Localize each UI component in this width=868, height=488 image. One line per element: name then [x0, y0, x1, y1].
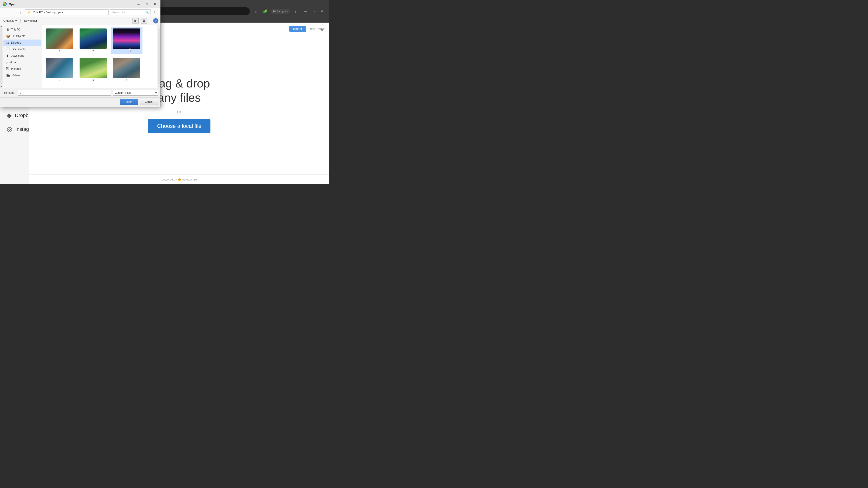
nav-scroll-track[interactable] [1, 29, 2, 85]
nav-videos-label: Videos [12, 74, 20, 77]
browser-close[interactable]: ✕ [318, 8, 326, 14]
file-thumb-5 [80, 58, 107, 78]
dialog-minimize[interactable]: — [135, 2, 142, 6]
filename-label: File name: [2, 91, 16, 94]
browser-window-controls: — □ ✕ [302, 8, 326, 14]
nav-item-3d-objects[interactable]: 📦 3D Objects [3, 33, 41, 39]
nav-item-this-pc[interactable]: 🖥 This PC [3, 26, 41, 33]
dialog-up-button[interactable]: ↑ [18, 9, 24, 15]
nav-item-desktop[interactable]: 🗂 Desktop [3, 39, 41, 46]
win-open-dialog: Open — □ ✕ ‹ › ↑ 📁 › This PC › Desktop ›… [0, 0, 160, 107]
nav-item-documents[interactable]: 📄 Documents [3, 46, 41, 53]
search-placeholder: Search pics [112, 11, 125, 14]
nav-item-music[interactable]: ♪ Music [3, 59, 41, 66]
toolbar-separator [20, 19, 21, 23]
file-grid: 1 2 3 4 5 [44, 27, 158, 84]
extensions-icon[interactable]: 🧩 [261, 8, 269, 15]
uc-close-button[interactable]: ✕ [318, 26, 326, 33]
nav-scroll-down[interactable]: ▼ [0, 85, 3, 88]
file-name-1: 1 [59, 50, 60, 53]
dialog-forward-button[interactable]: › [10, 9, 16, 15]
view-details-button[interactable]: ☰ [141, 18, 147, 24]
view-button[interactable]: ⊞ [132, 18, 138, 24]
this-pc-icon: 🖥 [6, 28, 9, 31]
documents-icon: 📄 [6, 47, 10, 51]
browser-maximize[interactable]: □ [310, 8, 317, 14]
3d-objects-icon: 📦 [6, 34, 10, 38]
organize-label: Organize [3, 19, 14, 22]
dialog-title: Open [9, 2, 133, 6]
cancel-button[interactable]: Cancel [140, 99, 158, 105]
file-item-3[interactable]: 3 [111, 27, 143, 54]
or-text: or [177, 109, 181, 114]
dialog-titlebar: Open — □ ✕ [0, 0, 160, 8]
nav-scroll-up[interactable]: ▲ [0, 25, 3, 28]
refresh-button[interactable]: ↻ [152, 9, 158, 15]
open-button[interactable]: Open [120, 99, 138, 105]
help-button[interactable]: ? [153, 18, 158, 24]
incognito-label: Incognito [277, 10, 288, 13]
breadcrumb-item-pc: 📁 [27, 11, 31, 14]
file-scroll-up[interactable]: ▲ [158, 25, 160, 28]
browser-minimize[interactable]: — [302, 8, 309, 14]
breadcrumb-sep3: › [57, 11, 57, 14]
nav-pane: 🖥 This PC 📦 3D Objects 🗂 Desktop 📄 Docum… [2, 25, 42, 88]
music-icon: ♪ [6, 61, 8, 64]
file-area-scrollbar[interactable]: ▲ ▼ [158, 25, 160, 88]
dialog-breadcrumb: ‹ › ↑ 📁 › This PC › Desktop › pics Searc… [0, 8, 160, 17]
dialog-maximize[interactable]: □ [144, 2, 150, 6]
file-area: 1 2 3 4 5 [42, 25, 160, 88]
file-scroll-track[interactable] [158, 29, 160, 85]
bookmark-icon[interactable]: ☆ [252, 8, 260, 15]
file-thumb-1 [46, 29, 73, 49]
dialog-bottom-bar: File name: Custom Files [0, 88, 160, 97]
nav-item-downloads[interactable]: ⬇ Downloads [3, 53, 41, 59]
file-item-6[interactable]: 6 [111, 56, 143, 84]
nav-item-pictures[interactable]: 🖼 Pictures [3, 66, 41, 72]
file-thumb-3 [113, 29, 140, 49]
choose-local-file-button[interactable]: Choose a local file [148, 119, 211, 133]
dialog-back-button[interactable]: ‹ [2, 9, 8, 15]
file-thumb-6 [113, 58, 140, 78]
filetype-select[interactable]: Custom Files [113, 90, 158, 96]
file-name-2: 2 [92, 50, 94, 53]
search-icon: 🔍 [145, 11, 149, 14]
banner-button[interactable]: banner [289, 26, 306, 32]
menu-icon[interactable]: ⋮ [292, 8, 299, 15]
file-name-5: 5 [92, 79, 94, 82]
nav-item-videos[interactable]: 🎬 Videos [3, 72, 41, 78]
breadcrumb-sep1: › [31, 11, 32, 14]
instagram-icon: ◎ [7, 125, 12, 133]
search-box[interactable]: Search pics 🔍 [110, 9, 151, 15]
organize-button[interactable]: Organize ▾ [2, 19, 18, 23]
file-item-5[interactable]: 5 [77, 56, 109, 84]
file-item-4[interactable]: 4 [44, 56, 75, 84]
footer-text: powered by [162, 178, 177, 181]
file-name-6: 6 [126, 79, 127, 82]
nav-documents-label: Documents [12, 48, 26, 51]
file-name-4: 4 [59, 79, 60, 82]
incognito-icon: 🕶 [273, 10, 276, 13]
dialog-close[interactable]: ✕ [152, 2, 158, 6]
nav-3d-objects-label: 3D Objects [12, 35, 25, 38]
uc-footer: powered by uploadcare [29, 174, 329, 184]
new-folder-button[interactable]: New folder [23, 19, 38, 23]
dialog-body: ▲ ▼ 🖥 This PC 📦 3D Objects 🗂 Desktop 📄 D… [0, 25, 160, 88]
breadcrumb-sep2: › [44, 11, 45, 14]
breadcrumb-this-pc: This PC [33, 11, 43, 14]
nav-music-label: Music [9, 61, 17, 64]
breadcrumb-path[interactable]: 📁 › This PC › Desktop › pics [25, 9, 109, 15]
incognito-badge: 🕶 Incognito [271, 9, 290, 14]
breadcrumb-pics: pics [58, 11, 63, 14]
file-item-1[interactable]: 1 [44, 27, 75, 54]
footer-brand: uploadcare [182, 178, 197, 181]
file-item-2[interactable]: 2 [77, 27, 109, 54]
nav-desktop-label: Desktop [11, 41, 21, 44]
filename-input[interactable] [18, 90, 111, 96]
breadcrumb-desktop: Desktop [46, 11, 56, 14]
nav-scrollbar[interactable]: ▲ ▼ [0, 25, 2, 88]
dialog-buttons: Open Cancel [0, 97, 160, 107]
dialog-toolbar: Organize ▾ New folder ⊞ ☰ ? [0, 17, 160, 25]
videos-icon: 🎬 [6, 74, 10, 77]
file-scroll-down[interactable]: ▼ [158, 85, 160, 88]
